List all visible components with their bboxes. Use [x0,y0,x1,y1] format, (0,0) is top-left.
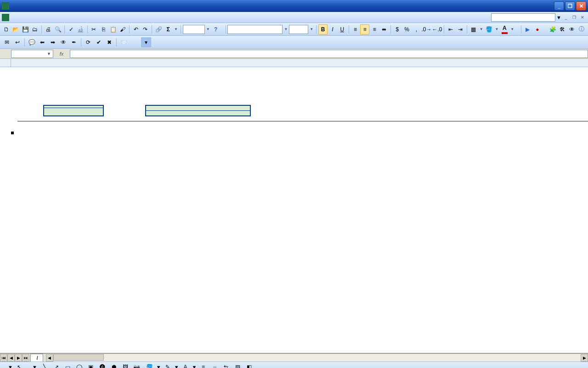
fill-color-draw-icon[interactable]: 🪣 [145,362,155,368]
scroll-left-icon[interactable]: ◀ [46,354,53,362]
accept-icon[interactable]: ✔ [94,37,104,47]
textbox-icon[interactable]: ▣ [86,362,96,368]
time-to-wedding-box[interactable] [145,105,251,116]
font-combo[interactable] [227,25,283,34]
menu-format[interactable] [42,16,50,19]
macro-record-icon[interactable]: ● [533,24,542,34]
rectangle-icon[interactable]: ▭ [63,362,73,368]
select-all-corner[interactable] [0,59,11,67]
app-menu-icon[interactable] [2,14,9,21]
font-dropdown-icon[interactable]: ▼ [283,27,288,31]
picture-icon[interactable]: 📷 [132,362,142,368]
fx-icon[interactable]: fx [53,51,70,57]
help-icon[interactable]: ? [211,24,220,34]
wedding-date-value[interactable] [44,108,103,116]
borders-dropdown-icon[interactable]: ▼ [479,27,484,31]
zoom-combo[interactable] [183,25,205,34]
scroll-thumb[interactable] [53,354,104,361]
select-objects-icon[interactable]: ↖ [14,362,24,368]
font-size-combo[interactable] [289,25,308,34]
increase-indent-icon[interactable]: ⇥ [456,24,465,34]
spellcheck-icon[interactable]: ✓ [67,24,76,34]
doc-restore-button[interactable]: ❐ [571,14,578,21]
align-center-icon[interactable]: ≡ [360,24,369,34]
fill-dropdown-icon[interactable]: ▼ [494,27,499,31]
menu-data[interactable] [57,16,64,19]
sheet-tab-active[interactable]: / [30,354,43,362]
formula-input[interactable] [70,50,588,58]
research-icon[interactable]: 🔬 [76,24,85,34]
mail-icon[interactable]: ✉ [2,37,12,47]
align-left-icon[interactable]: ≡ [351,24,360,34]
vb-editor-icon[interactable]: 🧩 [548,24,558,34]
menu-window[interactable] [64,16,72,19]
font-color-draw-icon[interactable]: A [181,362,191,368]
scroll-right-icon[interactable]: ▶ [581,354,588,362]
track-changes-icon[interactable]: ⟳ [83,37,93,47]
save-icon[interactable]: 💾 [21,24,30,34]
decrease-indent-icon[interactable]: ⇤ [446,24,455,34]
ink-icon[interactable]: ✒ [69,37,79,47]
help-dropdown-icon[interactable]: ▼ [556,15,561,20]
diagram-icon[interactable]: ⬢ [109,362,119,368]
horizontal-scrollbar[interactable]: ◀ ▶ [46,354,588,362]
permission-icon[interactable]: 🗂 [31,24,40,34]
review-expand-icon[interactable]: ▾ [141,37,151,47]
undo-icon[interactable]: ↶ [131,24,141,34]
decrease-decimal-icon[interactable]: ←.0 [432,24,442,34]
align-right-icon[interactable]: ≡ [370,24,379,34]
menu-insert[interactable] [35,16,42,19]
cut-icon[interactable]: ✂ [89,24,98,34]
name-box[interactable]: ▼ [11,50,53,58]
design-mode-icon[interactable]: 🛠 [558,24,567,34]
fill-color-icon[interactable]: 🪣 [485,24,494,34]
controls-icon[interactable]: 👁 [567,24,577,34]
merge-icon[interactable]: ⬌ [379,24,389,34]
wordart-icon[interactable]: 🅐 [97,362,107,368]
tab-last-icon[interactable]: ⏭ [22,354,29,362]
reply-all-icon[interactable]: ↩ [12,37,23,47]
menu-view[interactable] [28,16,35,19]
tab-prev-icon[interactable]: ◀ [7,354,15,362]
arrow-style-icon[interactable]: ⇆ [221,362,231,368]
doc-close-button[interactable]: ✕ [579,14,586,21]
doc-minimize-button[interactable]: _ [562,14,570,21]
menu-file[interactable] [13,16,20,19]
percent-icon[interactable]: % [402,24,412,34]
redo-icon[interactable]: ↷ [141,24,150,34]
paste-icon[interactable]: 📋 [108,24,118,34]
bold-button[interactable]: B [318,24,328,34]
dash-style-icon[interactable]: ┈ [209,362,220,368]
tab-first-icon[interactable]: ⏮ [0,354,7,362]
reject-icon[interactable]: ✖ [104,37,114,47]
font-color-dropdown-icon[interactable]: ▼ [509,27,515,31]
copy-icon[interactable]: ⎘ [99,24,108,34]
maximize-button[interactable]: ❐ [565,1,575,11]
wedding-date-box[interactable] [43,105,104,116]
comment-show-icon[interactable]: 👁 [58,37,68,47]
autoshapes-dropdown-icon[interactable]: ▼ [32,364,37,368]
menu-help[interactable] [72,16,79,19]
menu-tools[interactable] [50,16,57,19]
spreadsheet-grid[interactable] [0,59,588,353]
minimize-button[interactable]: _ [554,1,564,11]
open-icon[interactable]: 📂 [11,24,21,34]
zoom-dropdown-icon[interactable]: ▼ [205,27,211,31]
increase-decimal-icon[interactable]: .0→ [421,24,431,34]
size-dropdown-icon[interactable]: ▼ [309,27,314,31]
shadow-icon[interactable]: ▧ [232,362,243,368]
line-style-icon[interactable]: ≡ [198,362,208,368]
help-search-input[interactable] [491,13,555,22]
send-review-icon[interactable]: 📨 [119,37,129,47]
info-icon[interactable]: ⓘ [577,24,586,34]
arrow-shape-icon[interactable]: ↗ [51,362,62,368]
underline-button[interactable]: U [338,24,347,34]
line-icon[interactable]: ╲ [40,362,50,368]
line-color-icon[interactable]: ✎ [163,362,173,368]
autosum-dropdown-icon[interactable]: ▼ [173,27,179,31]
comment-new-icon[interactable]: 💬 [27,37,37,47]
close-button[interactable]: ✕ [576,1,586,11]
3d-icon[interactable]: ◧ [244,362,254,368]
font-color-icon[interactable]: A [500,24,509,34]
borders-icon[interactable]: ▦ [469,24,478,34]
